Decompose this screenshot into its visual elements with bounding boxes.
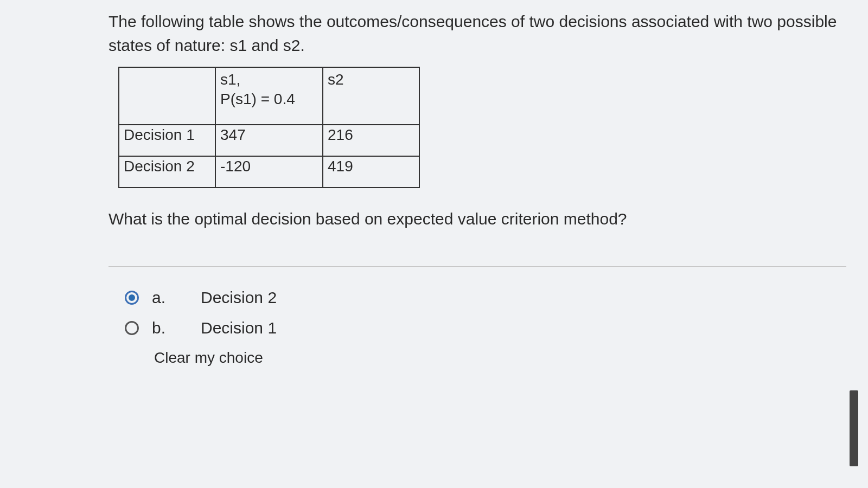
header-blank (119, 67, 215, 125)
question-prompt: What is the optimal decision based on ex… (108, 210, 846, 228)
table-header-row: s1, P(s1) = 0.4 s2 (119, 67, 419, 125)
row0-label: Decision 1 (119, 125, 215, 156)
row1-s1: -120 (215, 156, 323, 188)
option-a[interactable]: a. Decision 2 (125, 288, 846, 307)
header-s1-line1: s1, (220, 70, 318, 89)
scrollbar-thumb[interactable] (850, 390, 858, 466)
row1-label: Decision 2 (119, 156, 215, 188)
row1-s2: 419 (323, 156, 419, 188)
radio-dot-icon (129, 294, 135, 301)
option-text: Decision 1 (201, 319, 277, 337)
question-intro: The following table shows the outcomes/c… (108, 10, 846, 57)
option-b[interactable]: b. Decision 1 (125, 319, 846, 337)
row0-s2: 216 (323, 125, 419, 156)
header-s1-line2: P(s1) = 0.4 (220, 89, 318, 109)
payoff-table: s1, P(s1) = 0.4 s2 Decision 1 347 216 De… (118, 67, 420, 188)
question-page: The following table shows the outcomes/c… (0, 0, 868, 488)
option-text: Decision 2 (201, 288, 277, 307)
radio-unselected-icon[interactable] (125, 321, 139, 335)
clear-choice-link[interactable]: Clear my choice (154, 349, 846, 367)
row0-s1: 347 (215, 125, 323, 156)
answer-options: a. Decision 2 b. Decision 1 Clear my cho… (125, 288, 846, 367)
option-letter: a. (152, 288, 201, 307)
header-s2: s2 (323, 67, 419, 125)
option-letter: b. (152, 319, 201, 337)
table-row: Decision 2 -120 419 (119, 156, 419, 188)
header-s1: s1, P(s1) = 0.4 (215, 67, 323, 125)
radio-selected-icon[interactable] (125, 291, 139, 305)
divider (108, 266, 846, 267)
table-row: Decision 1 347 216 (119, 125, 419, 156)
